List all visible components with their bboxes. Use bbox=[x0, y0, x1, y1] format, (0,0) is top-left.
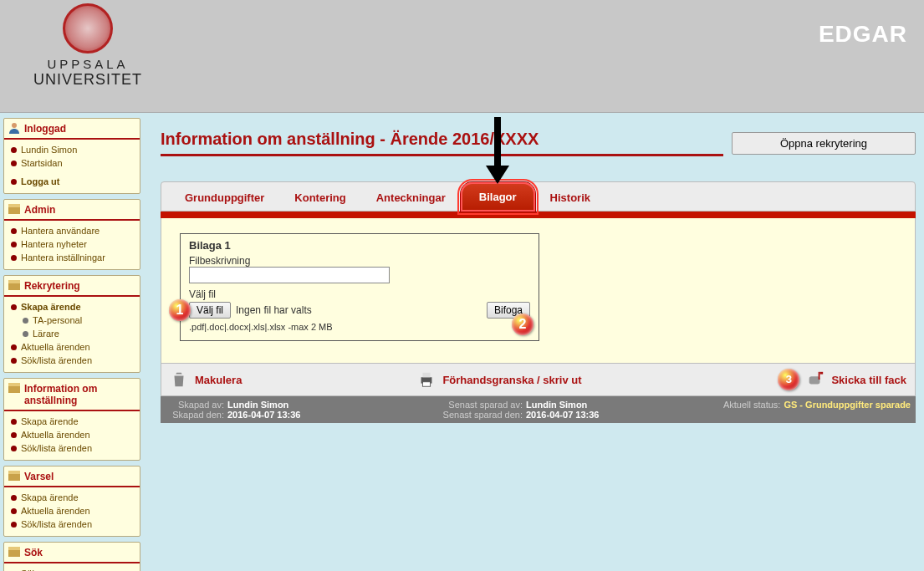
status-lbl: Aktuell status: bbox=[697, 400, 780, 410]
desc-label: Filbeskrivning bbox=[189, 255, 530, 267]
printer-icon bbox=[417, 370, 436, 389]
sidebar-item-ta[interactable]: TA-personal bbox=[11, 314, 136, 327]
tab-strip: Grunduppgifter Kontering Anteckningar Bi… bbox=[161, 181, 916, 212]
tab-bilagor[interactable]: Bilagor bbox=[461, 182, 535, 212]
created-by: Lundin Simon bbox=[227, 400, 288, 410]
callout-3: 3 bbox=[778, 369, 799, 390]
sidebar-item-create[interactable]: Skapa ärende bbox=[11, 415, 136, 428]
sidebar-item-start[interactable]: Startsidan bbox=[11, 156, 136, 170]
saved-by-lbl: Senast sparad av: bbox=[414, 400, 523, 410]
section-label: Inloggad bbox=[24, 123, 66, 135]
svg-rect-1 bbox=[8, 206, 20, 214]
sidebar-item-user[interactable]: Lundin Simon bbox=[11, 143, 136, 156]
section-title: Rekrytering bbox=[4, 276, 140, 297]
svg-point-0 bbox=[12, 123, 17, 128]
cancel-action[interactable]: Makulera bbox=[170, 370, 242, 389]
svg-rect-5 bbox=[8, 385, 20, 393]
item-label: Aktuella ärenden bbox=[21, 506, 90, 516]
uu-logo: UPPSALA UNIVERSITET bbox=[33, 3, 142, 89]
item-label: Skapa ärende bbox=[21, 492, 79, 502]
attachment-group: Bilaga 1 Filbeskrivning Välj fil Välj fi… bbox=[180, 233, 539, 341]
sidebar-item-sok[interactable]: Sök bbox=[11, 567, 136, 571]
user-icon bbox=[8, 121, 21, 135]
file-label: Välj fil bbox=[189, 288, 530, 300]
sidebar-section-varsel: Varsel Skapa ärende Aktuella ärenden Sök… bbox=[3, 466, 140, 537]
logo-line1: UPPSALA bbox=[33, 57, 142, 71]
item-label: Lärare bbox=[33, 329, 59, 339]
sidebar-item-create[interactable]: Skapa ärende bbox=[11, 300, 136, 314]
tab-content: Bilaga 1 Filbeskrivning Välj fil Välj fi… bbox=[161, 218, 916, 364]
tab-kontering[interactable]: Kontering bbox=[279, 185, 360, 211]
saved-by: Lundin Simon bbox=[526, 400, 587, 410]
open-recruitment-button[interactable]: Öppna rekrytering bbox=[732, 132, 916, 155]
item-label: Skapa ärende bbox=[21, 416, 79, 426]
item-label: Hantera användare bbox=[21, 226, 100, 236]
section-title: Sök bbox=[4, 543, 140, 563]
item-label: Sök/lista ärenden bbox=[21, 443, 92, 453]
main-area: Information om anställning - Ärende 2016… bbox=[144, 113, 924, 571]
sidebar-item-search[interactable]: Sök/lista ärenden bbox=[11, 354, 136, 367]
section-title: Inloggad bbox=[4, 119, 140, 140]
tab-grunduppgifter[interactable]: Grunduppgifter bbox=[170, 185, 279, 211]
sidebar-item-current[interactable]: Aktuella ärenden bbox=[11, 340, 136, 354]
sidebar-section-inloggad: Inloggad Lundin Simon Startsidan Logga u… bbox=[3, 118, 140, 194]
item-label: TA-personal bbox=[33, 315, 82, 325]
sidebar-item-current[interactable]: Aktuella ärenden bbox=[11, 428, 136, 441]
file-hint: .pdf|.doc|.docx|.xls|.xlsx -max 2 MB bbox=[189, 322, 530, 332]
saved-on: 2016-04-07 13:36 bbox=[526, 410, 599, 420]
preview-action[interactable]: Förhandsgranska / skriv ut bbox=[417, 370, 581, 389]
sidebar-item-search[interactable]: Sök/lista ärenden bbox=[11, 517, 136, 531]
action-label: Makulera bbox=[195, 374, 242, 386]
svg-rect-3 bbox=[8, 283, 20, 290]
section-label: Admin bbox=[24, 204, 55, 216]
svg-rect-13 bbox=[423, 382, 431, 387]
top-banner: UPPSALA UNIVERSITET EDGAR bbox=[0, 0, 924, 113]
sidebar-item-create[interactable]: Skapa ärende bbox=[11, 491, 136, 504]
section-title: Information om anställning bbox=[4, 379, 140, 411]
send-action[interactable]: 3 Skicka till fack bbox=[778, 369, 906, 390]
item-label: Hantera nyheter bbox=[21, 239, 87, 249]
svg-rect-10 bbox=[8, 547, 20, 550]
mailbox-icon bbox=[806, 370, 824, 389]
section-label: Sök bbox=[24, 547, 43, 558]
svg-rect-8 bbox=[8, 471, 20, 474]
sidebar-item-search[interactable]: Sök/lista ärenden bbox=[11, 441, 136, 455]
section-label: Varsel bbox=[24, 471, 54, 482]
sidebar-item-users[interactable]: Hantera användare bbox=[11, 224, 136, 237]
sidebar-item-current[interactable]: Aktuella ärenden bbox=[11, 504, 136, 517]
sidebar-item-news[interactable]: Hantera nyheter bbox=[11, 237, 136, 251]
svg-rect-4 bbox=[8, 280, 20, 283]
sidebar-item-logout[interactable]: Logga ut bbox=[11, 175, 136, 188]
created-on-lbl: Skapad den: bbox=[166, 410, 224, 420]
sidebar-section-rekrytering: Rekrytering Skapa ärende TA-personal Lär… bbox=[3, 275, 140, 373]
seal-icon bbox=[63, 3, 113, 54]
action-label: Skicka till fack bbox=[831, 374, 906, 386]
tab-historik[interactable]: Historik bbox=[535, 185, 605, 211]
sidebar-section-admin: Admin Hantera användare Hantera nyheter … bbox=[3, 199, 140, 270]
box-icon bbox=[8, 545, 21, 558]
section-label: Information om anställning bbox=[24, 383, 97, 406]
item-label: Startsidan bbox=[21, 158, 63, 168]
trash-icon bbox=[170, 370, 188, 389]
saved-on-lbl: Senast sparad den: bbox=[414, 410, 523, 420]
browse-button[interactable]: Välj fil bbox=[189, 302, 231, 319]
sidebar-section-sok: Sök Sök bbox=[3, 542, 140, 571]
svg-rect-15 bbox=[819, 372, 820, 380]
callout-2: 2 bbox=[512, 314, 533, 335]
no-file-label: Ingen fil har valts bbox=[236, 304, 312, 316]
item-label: Skapa ärende bbox=[21, 302, 81, 312]
svg-rect-12 bbox=[423, 373, 431, 378]
logo-line2: UNIVERSITET bbox=[33, 71, 142, 89]
desc-input[interactable] bbox=[189, 267, 390, 283]
sidebar-item-settings[interactable]: Hantera inställningar bbox=[11, 251, 136, 264]
svg-rect-16 bbox=[820, 372, 824, 375]
box-icon bbox=[8, 469, 21, 482]
tab-underline bbox=[161, 212, 916, 218]
item-label: Aktuella ärenden bbox=[21, 342, 90, 352]
section-title: Admin bbox=[4, 200, 140, 221]
sidebar-item-larare[interactable]: Lärare bbox=[11, 327, 136, 340]
svg-rect-6 bbox=[8, 383, 20, 386]
tab-anteckningar[interactable]: Anteckningar bbox=[361, 185, 461, 211]
section-label: Rekrytering bbox=[24, 280, 80, 292]
item-label: Aktuella ärenden bbox=[21, 430, 90, 440]
